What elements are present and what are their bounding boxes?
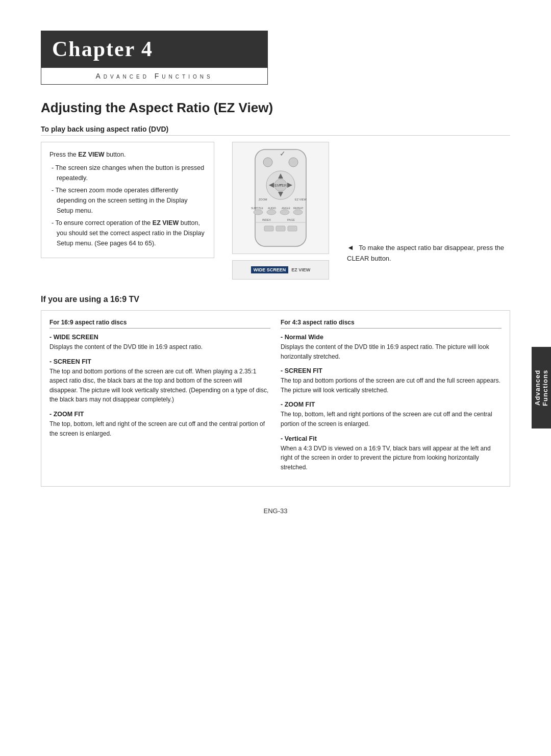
col2-item-2-title: - SCREEN FIT — [281, 367, 502, 374]
note-content: To make the aspect ratio bar disappear, … — [347, 244, 504, 262]
col1-item-3-text: The top, bottom, left and right of the s… — [49, 419, 270, 438]
svg-point-20 — [293, 210, 303, 215]
playback-heading: To play back using aspect ratio (DVD) — [41, 125, 510, 136]
playback-right: ◄ To make the aspect ratio bar disappear… — [347, 142, 510, 280]
svg-text:EZ VIEW: EZ VIEW — [295, 198, 307, 201]
col1-item-2-title: - SCREEN FIT — [49, 358, 270, 365]
col1-item-2: - SCREEN FIT The top and bottom portions… — [49, 358, 270, 405]
svg-text:PAGE: PAGE — [287, 218, 295, 221]
tv-heading: If you are using a 16:9 TV — [41, 295, 510, 304]
col2-item-4-text: When a 4:3 DVD is viewed on a 16:9 TV, b… — [281, 444, 502, 472]
chapter-header: Chapter 4 Advanced Functions — [41, 31, 268, 85]
note-arrow-icon: ◄ — [347, 243, 354, 251]
col2-item-1-title: - Normal Wide — [281, 334, 502, 341]
chapter-subtitle: Advanced Functions — [41, 67, 268, 85]
playback-section: Press the EZ VIEW button. - The screen s… — [41, 142, 510, 280]
col2-item-3-title: - ZOOM FIT — [281, 401, 502, 408]
svg-text:AUDIO: AUDIO — [268, 207, 276, 210]
playback-left: Press the EZ VIEW button. - The screen s… — [41, 142, 214, 280]
chapter-title: Chapter 4 — [41, 31, 268, 67]
playback-instructions: Press the EZ VIEW button. - The screen s… — [41, 142, 214, 258]
svg-text:REPEAT: REPEAT — [293, 207, 304, 210]
svg-rect-26 — [288, 226, 297, 231]
instruction-intro: Press the EZ VIEW button. — [49, 149, 206, 160]
instruction-bullet-1: - The screen size changes when the butto… — [49, 163, 206, 183]
svg-rect-25 — [276, 226, 285, 231]
svg-point-19 — [280, 210, 289, 215]
page-container: Chapter 4 Advanced Functions Adjusting t… — [0, 0, 551, 756]
svg-rect-24 — [264, 226, 273, 231]
col2: For 4:3 aspect ratio discs - Normal Wide… — [281, 319, 502, 478]
col1: For 16:9 aspect ratio discs - WIDE SCREE… — [49, 319, 270, 478]
svg-text:SUBTITLE: SUBTITLE — [251, 207, 264, 210]
svg-point-1 — [263, 158, 272, 167]
col1-item-1-text: Displays the content of the DVD title in… — [49, 342, 270, 352]
col2-item-4: - Vertical Fit When a 4:3 DVD is viewed … — [281, 435, 502, 472]
col2-item-1: - Normal Wide Displays the content of th… — [281, 334, 502, 361]
col2-item-1-text: Displays the content of the DVD title in… — [281, 342, 502, 361]
instruction-bullet-3: - To ensure correct operation of the EZ … — [49, 218, 206, 248]
screen-mode: EZ VIEW — [291, 267, 310, 272]
screen-indicator: WIDE SCREEN EZ VIEW — [232, 260, 329, 280]
col1-item-2-text: The top and bottom portions of the scree… — [49, 367, 270, 405]
side-tab: Advanced Functions — [532, 347, 551, 429]
side-tab-text: Advanced Functions — [534, 357, 549, 418]
section-title: Adjusting the Aspect Ratio (EZ View) — [41, 100, 510, 116]
tv-columns: For 16:9 aspect ratio discs - WIDE SCREE… — [41, 310, 510, 487]
instruction-bullet-2: - The screen zoom mode operates differen… — [49, 185, 206, 216]
col2-item-2: - SCREEN FIT The top and bottom portions… — [281, 367, 502, 395]
col2-item-3: - ZOOM FIT The top, bottom, left and rig… — [281, 401, 502, 429]
col1-item-3-title: - ZOOM FIT — [49, 411, 270, 418]
note-text: ◄ To make the aspect ratio bar disappear… — [347, 242, 510, 264]
svg-point-18 — [267, 210, 276, 215]
col1-item-1: - WIDE SCREEN Displays the content of th… — [49, 334, 270, 352]
svg-text:ZOOM: ZOOM — [259, 198, 267, 201]
col1-heading: For 16:9 aspect ratio discs — [49, 319, 270, 329]
svg-text:✓: ✓ — [280, 149, 286, 158]
col2-item-4-title: - Vertical Fit — [281, 435, 502, 442]
col2-item-3-text: The top, bottom, left and right portions… — [281, 410, 502, 429]
svg-text:ANGLE: ANGLE — [282, 207, 291, 210]
col1-item-1-title: - WIDE SCREEN — [49, 334, 270, 341]
remote-svg: ENTER ↩ ZOOM EZ VIEW SUBTITLE AUDIO ANGL… — [240, 147, 321, 249]
screen-label: WIDE SCREEN — [251, 266, 289, 273]
remote-image-area: ENTER ↩ ZOOM EZ VIEW SUBTITLE AUDIO ANGL… — [230, 142, 332, 280]
svg-text:INDEX: INDEX — [262, 218, 271, 221]
col2-item-2-text: The top and bottom portions of the scree… — [281, 376, 502, 395]
col2-heading: For 4:3 aspect ratio discs — [281, 319, 502, 329]
col1-item-3: - ZOOM FIT The top, bottom, left and rig… — [49, 411, 270, 438]
remote-image: ENTER ↩ ZOOM EZ VIEW SUBTITLE AUDIO ANGL… — [232, 142, 329, 254]
svg-point-17 — [254, 210, 263, 215]
svg-text:↩: ↩ — [279, 183, 283, 187]
svg-point-2 — [289, 158, 298, 167]
page-number: ENG-33 — [41, 507, 510, 515]
tv-section: If you are using a 16:9 TV For 16:9 aspe… — [41, 295, 510, 487]
